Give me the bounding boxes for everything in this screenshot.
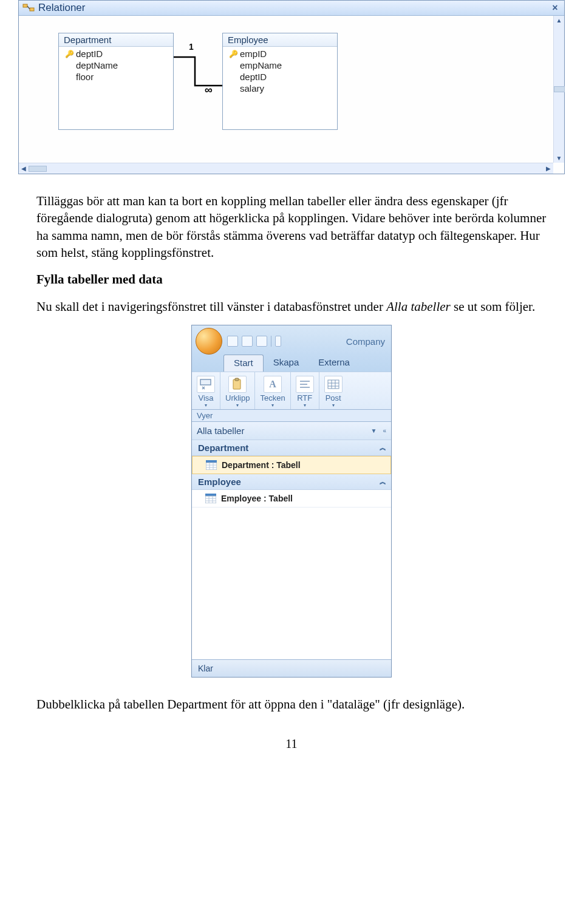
ribbon-group-rtf[interactable]: RTF ▾ — [291, 372, 319, 409]
cardinality-many: ∞ — [205, 84, 213, 97]
ribbon: Visa ▾ Urklipp ▾ A Tecken ▾ RTF ▾ — [192, 372, 391, 410]
page-number: 11 — [36, 737, 547, 751]
field-item[interactable]: empName — [223, 59, 337, 71]
window-titlebar: Relationer × — [19, 1, 564, 16]
table-employee[interactable]: Employee 🔑empID empName deptID salary — [222, 33, 338, 130]
field-name: empName — [240, 60, 282, 70]
ribbon-group-label: Vyer — [192, 410, 391, 422]
nav-item-label: Department : Tabell — [222, 460, 301, 470]
qat-redo-button[interactable] — [256, 336, 267, 347]
horizontal-scrollbar[interactable]: ◀ ▶ — [19, 163, 553, 174]
qat-save-button[interactable] — [227, 336, 238, 347]
view-icon — [197, 376, 215, 393]
field-name: deptName — [76, 60, 118, 70]
paragraph: Nu skall det i navigeringsfönstret till … — [36, 298, 547, 315]
tab-externa[interactable]: Externa — [309, 355, 360, 372]
status-bar: Klar — [192, 659, 391, 677]
close-button[interactable]: × — [550, 2, 561, 13]
scroll-thumb[interactable] — [554, 86, 565, 92]
field-name: empID — [240, 49, 267, 59]
quick-access-toolbar — [227, 336, 281, 347]
scroll-left-icon[interactable]: ◀ — [21, 165, 26, 172]
paragraph: Tilläggas bör att man kan ta bort en kop… — [36, 192, 547, 261]
svg-rect-12 — [206, 460, 217, 463]
window-title: Relationer — [38, 2, 550, 14]
scroll-right-icon[interactable]: ▶ — [546, 165, 551, 172]
collapse-icon[interactable]: « — [383, 427, 386, 434]
field-item[interactable]: salary — [223, 83, 337, 94]
collapse-group-icon[interactable]: ︽ — [380, 477, 385, 486]
nav-item-employee-table[interactable]: Employee : Tabell — [192, 490, 391, 508]
svg-rect-19 — [205, 496, 216, 503]
table-header: Employee — [223, 33, 337, 47]
relationships-icon — [22, 2, 35, 13]
grid-icon — [324, 376, 343, 393]
office-button[interactable] — [196, 328, 222, 355]
nav-pane-blank — [192, 508, 391, 659]
svg-rect-3 — [235, 378, 239, 381]
paste-icon — [228, 376, 247, 393]
paragraph: Dubbelklicka på tabellen Department för … — [36, 696, 547, 713]
table-department[interactable]: Department 🔑deptID deptName floor — [58, 33, 174, 130]
field-name: floor — [76, 72, 94, 82]
font-icon: A — [264, 376, 282, 393]
field-list: 🔑deptID deptName floor — [59, 47, 173, 89]
nav-group-department[interactable]: Department ︽ — [192, 440, 391, 456]
nav-group-employee[interactable]: Employee ︽ — [192, 474, 391, 490]
table-icon — [206, 460, 217, 470]
ribbon-tabs: Start Skapa Externa — [192, 355, 391, 372]
relationships-window: Relationer × 1 ∞ Department 🔑deptID dept… — [18, 0, 565, 174]
nav-pane-title: Alla tabeller — [197, 426, 244, 436]
scroll-up-icon[interactable]: ▲ — [556, 17, 562, 24]
primary-key-icon: 🔑 — [65, 50, 75, 58]
collapse-group-icon[interactable]: ︽ — [380, 443, 385, 452]
relationships-canvas[interactable]: 1 ∞ Department 🔑deptID deptName floor Em… — [19, 16, 564, 174]
field-name: deptID — [240, 72, 267, 82]
ribbon-group-tecken[interactable]: A Tecken ▾ — [255, 372, 290, 409]
group-label: Employee — [198, 477, 241, 487]
tab-skapa[interactable]: Skapa — [264, 355, 309, 372]
scroll-thumb[interactable] — [29, 166, 47, 172]
scroll-down-icon[interactable]: ▼ — [556, 155, 562, 161]
field-name: deptID — [76, 49, 103, 59]
field-item[interactable]: 🔑deptID — [59, 48, 173, 59]
app-title: Company — [346, 336, 387, 347]
body-text: Dubbelklicka på tabellen Department för … — [36, 696, 547, 713]
svg-rect-0 — [23, 4, 27, 7]
qat-customize-button[interactable] — [275, 336, 281, 347]
body-text: Tilläggas bör att man kan ta bort en kop… — [36, 192, 547, 315]
title-bar: Company — [192, 325, 391, 355]
field-list: 🔑empID empName deptID salary — [223, 47, 337, 100]
ribbon-group-urklipp[interactable]: Urklipp ▾ — [220, 372, 255, 409]
svg-rect-7 — [328, 380, 339, 389]
field-item[interactable]: deptID — [223, 71, 337, 83]
cardinality-one: 1 — [189, 42, 194, 52]
ribbon-group-visa[interactable]: Visa ▾ — [192, 372, 220, 409]
dropdown-icon[interactable]: ▼ — [371, 427, 377, 434]
access-navigation-screenshot: Company Start Skapa Externa Visa ▾ Urkli… — [191, 325, 392, 678]
tab-start[interactable]: Start — [223, 355, 264, 372]
table-icon — [205, 494, 216, 503]
divider — [271, 336, 271, 347]
svg-rect-13 — [206, 463, 217, 470]
group-label: Department — [198, 443, 248, 453]
field-item[interactable]: floor — [59, 71, 173, 83]
svg-rect-1 — [30, 8, 34, 11]
nav-pane-header[interactable]: Alla tabeller ▼ « — [192, 422, 391, 440]
table-header: Department — [59, 33, 173, 47]
ribbon-group-post[interactable]: Post ▾ — [319, 372, 347, 409]
section-heading: Fylla tabeller med data — [36, 271, 547, 288]
field-item[interactable]: 🔑empID — [223, 48, 337, 59]
field-name: salary — [240, 83, 264, 93]
align-icon — [296, 376, 314, 393]
qat-undo-button[interactable] — [242, 336, 253, 347]
field-item[interactable]: deptName — [59, 59, 173, 71]
nav-item-department-table[interactable]: Department : Tabell — [192, 456, 391, 474]
vertical-scrollbar[interactable]: ▲ ▼ — [553, 16, 564, 163]
svg-rect-18 — [205, 494, 216, 496]
nav-item-label: Employee : Tabell — [221, 494, 293, 503]
primary-key-icon: 🔑 — [229, 50, 239, 58]
